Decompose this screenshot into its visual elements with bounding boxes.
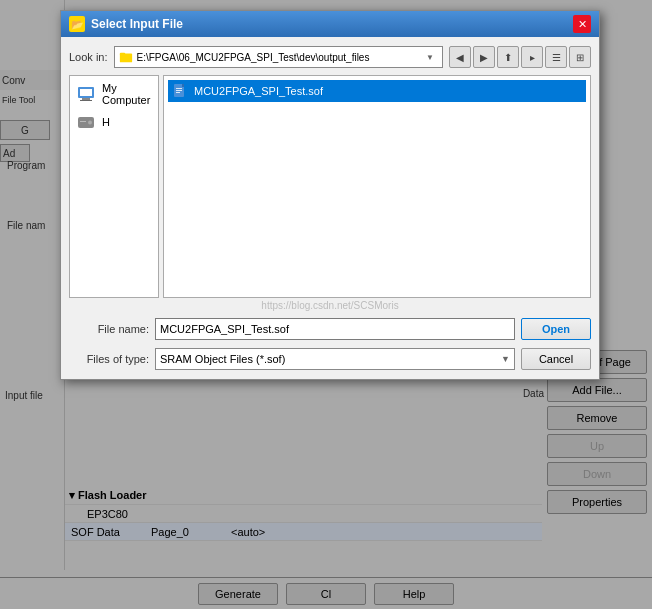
- file-browser: My Computer H: [69, 75, 591, 298]
- filename-input[interactable]: [155, 318, 515, 340]
- lookin-label: Look in:: [69, 51, 108, 63]
- svg-rect-3: [80, 89, 92, 96]
- dialog-title: Select Input File: [91, 17, 573, 31]
- svg-rect-12: [176, 90, 182, 91]
- dialog-body: Look in: E:\FPGA\06_MCU2FPGA_SPI_Test\de…: [61, 37, 599, 379]
- svg-rect-1: [119, 53, 124, 56]
- filetype-label: Files of type:: [69, 353, 149, 365]
- places-panel: My Computer H: [69, 75, 159, 298]
- svg-rect-13: [176, 92, 180, 93]
- drive-icon: [76, 112, 96, 132]
- filetype-value: SRAM Object Files (*.sof): [160, 353, 285, 365]
- place-h-drive[interactable]: H: [70, 108, 158, 136]
- dialog-titlebar: 📂 Select Input File ✕: [61, 11, 599, 37]
- filetype-arrow: ▼: [501, 354, 510, 364]
- filetype-row: Files of type: SRAM Object Files (*.sof)…: [69, 347, 591, 371]
- h-drive-label: H: [102, 116, 110, 128]
- nav-back-button[interactable]: ◀: [449, 46, 471, 68]
- nav-forward-button[interactable]: ▶: [473, 46, 495, 68]
- cancel-button[interactable]: Cancel: [521, 348, 591, 370]
- svg-point-7: [88, 121, 92, 125]
- files-panel[interactable]: MCU2FPGA_SPI_Test.sof: [163, 75, 591, 298]
- nav-arrow-button[interactable]: ▸: [521, 46, 543, 68]
- select-input-file-dialog: 📂 Select Input File ✕ Look in: E:\FPGA\0…: [60, 10, 600, 380]
- lookin-dropdown-arrow: ▼: [422, 53, 438, 62]
- svg-rect-8: [80, 121, 86, 122]
- view-list-button[interactable]: ☰: [545, 46, 567, 68]
- filename-row: File name: Open: [69, 317, 591, 341]
- folder-icon: [119, 50, 133, 64]
- filetype-select[interactable]: SRAM Object Files (*.sof) ▼: [155, 348, 515, 370]
- sof-file-icon: [172, 83, 188, 99]
- watermark: https://blog.csdn.net/SCSMoris: [69, 300, 591, 311]
- lookin-combo[interactable]: E:\FPGA\06_MCU2FPGA_SPI_Test\dev\output_…: [114, 46, 443, 68]
- svg-rect-4: [82, 98, 90, 100]
- svg-rect-11: [176, 88, 182, 89]
- svg-marker-10: [182, 84, 184, 87]
- filename-label: File name:: [69, 323, 149, 335]
- my-computer-label: My Computer: [102, 82, 152, 106]
- file-name-display: MCU2FPGA_SPI_Test.sof: [194, 85, 323, 97]
- computer-icon: [76, 84, 96, 104]
- svg-rect-5: [80, 100, 92, 101]
- toolbar-buttons: ◀ ▶ ⬆ ▸ ☰ ⊞: [449, 46, 591, 68]
- lookin-row: Look in: E:\FPGA\06_MCU2FPGA_SPI_Test\de…: [69, 45, 591, 69]
- file-item-sof[interactable]: MCU2FPGA_SPI_Test.sof: [168, 80, 586, 102]
- dialog-close-button[interactable]: ✕: [573, 15, 591, 33]
- lookin-path: E:\FPGA\06_MCU2FPGA_SPI_Test\dev\output_…: [137, 52, 422, 63]
- place-my-computer[interactable]: My Computer: [70, 80, 158, 108]
- nav-up-button[interactable]: ⬆: [497, 46, 519, 68]
- view-grid-button[interactable]: ⊞: [569, 46, 591, 68]
- open-button[interactable]: Open: [521, 318, 591, 340]
- dialog-title-icon: 📂: [69, 16, 85, 32]
